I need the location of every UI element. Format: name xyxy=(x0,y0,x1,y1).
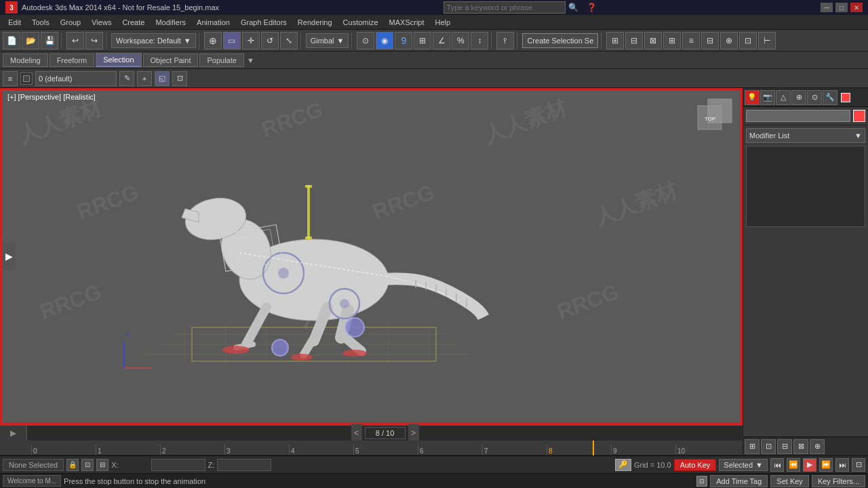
svg-point-42 xyxy=(272,340,288,356)
layer-mgr-btn[interactable]: ≡ xyxy=(682,32,700,49)
selected-dropdown[interactable]: Selected ▼ xyxy=(719,459,768,471)
panel-color-swatch[interactable] xyxy=(841,93,850,102)
layer-dropdown[interactable]: 0 (default) xyxy=(35,71,117,86)
z-coord-display[interactable] xyxy=(217,459,271,471)
playback-end-btn[interactable]: ⏭ xyxy=(835,458,849,472)
open-button[interactable]: 📂 xyxy=(22,32,39,49)
angle-snap-btn[interactable]: ∠ xyxy=(433,32,450,49)
named-sel-btn[interactable]: ⊞ xyxy=(606,32,624,49)
menu-item-graph-editors[interactable]: Graph Editors xyxy=(235,17,292,28)
undo-button[interactable]: ↩ xyxy=(66,32,84,49)
panel-light-icon[interactable]: 💡 xyxy=(745,90,760,105)
layer-color-swatch[interactable] xyxy=(20,73,33,85)
layer-add-btn[interactable]: + xyxy=(137,71,152,86)
spinner-snap-btn[interactable]: ↕ xyxy=(471,32,488,49)
select-filter-btn[interactable]: ◉ xyxy=(376,32,393,49)
panel-geo-icon[interactable]: △ xyxy=(776,90,791,105)
menu-item-group[interactable]: Group xyxy=(55,17,87,28)
tab-object-paint[interactable]: Object Paint xyxy=(143,54,199,67)
timeline-playhead[interactable] xyxy=(593,441,594,455)
key-filters-button[interactable]: Key Filters... xyxy=(812,475,865,487)
menu-item-animation[interactable]: Animation xyxy=(191,17,235,28)
snap-btn[interactable]: ⊞ xyxy=(414,32,431,49)
array-btn[interactable]: ⊠ xyxy=(644,32,662,49)
mini-icon[interactable]: ⊡ xyxy=(696,476,707,487)
menu-item-rendering[interactable]: Rendering xyxy=(292,17,338,28)
panel-bottom-btn-1[interactable]: ⊞ xyxy=(745,439,760,454)
layer-sel-btn[interactable]: ◱ xyxy=(155,71,170,86)
tab-populate[interactable]: Populate xyxy=(199,54,243,67)
menu-item-help[interactable]: Help xyxy=(430,17,456,28)
viewport-expand-button[interactable]: ▶ xyxy=(2,243,16,270)
layer-extra-btn[interactable]: ⊡ xyxy=(172,71,187,86)
panel-bottom-btn-2[interactable]: ⊡ xyxy=(761,439,776,454)
panel-camera-icon[interactable]: 📷 xyxy=(760,90,775,105)
menu-item-tools[interactable]: Tools xyxy=(26,17,55,28)
search-icon[interactable]: 🔍 xyxy=(568,3,578,12)
align-btn[interactable]: ⫯ xyxy=(496,32,514,49)
redo-button[interactable]: ↪ xyxy=(85,32,103,49)
playback-play-btn[interactable]: ▶ xyxy=(803,458,816,472)
svg-rect-44 xyxy=(307,185,310,239)
rotate-button[interactable]: ↺ xyxy=(261,32,279,49)
color-swatch-red[interactable] xyxy=(853,110,865,122)
menu-item-customize[interactable]: Customize xyxy=(338,17,384,28)
pivot-btn[interactable]: ⊙ xyxy=(357,32,374,49)
scale-button[interactable]: ⤡ xyxy=(280,32,298,49)
percent-snap-btn[interactable]: % xyxy=(452,32,469,49)
layer-paint-icon[interactable]: ✎ xyxy=(119,71,134,86)
move-button[interactable]: ✛ xyxy=(242,32,260,49)
align2-btn[interactable]: ⊞ xyxy=(663,32,681,49)
panel-motion-icon[interactable]: ⊙ xyxy=(807,90,822,105)
reference-coord-dropdown[interactable]: Gimbal ▼ xyxy=(306,33,349,48)
timeline-expand-btn[interactable]: ▶ xyxy=(0,426,27,441)
set-key-button[interactable]: Set Key xyxy=(770,475,809,487)
tab-modeling[interactable]: Modeling xyxy=(3,54,48,67)
workspace-dropdown[interactable]: Workspace: Default ▼ xyxy=(111,33,196,48)
menu-item-edit[interactable]: Edit xyxy=(3,17,26,28)
panel-display-icon[interactable]: ⊕ xyxy=(791,90,806,105)
panel-bottom-btn-5[interactable]: ⊕ xyxy=(810,439,825,454)
viewport[interactable]: [+] [Perspective] [Realistic] 人人素材 RRCG … xyxy=(0,88,743,424)
playback-next-frame-btn[interactable]: ⏩ xyxy=(819,458,833,472)
panel-bottom-btn-3[interactable]: ⊟ xyxy=(777,439,792,454)
maximize-button[interactable]: □ xyxy=(835,3,848,12)
modifier-list-dropdown[interactable]: Modifier List ▼ xyxy=(746,128,865,143)
kbd-shortcut-1[interactable]: 9 xyxy=(395,32,412,49)
playback-start-btn[interactable]: ⏮ xyxy=(770,458,784,472)
playback-prev-frame-btn[interactable]: ⏪ xyxy=(787,458,800,472)
panel-bottom-btn-4[interactable]: ⊠ xyxy=(793,439,808,454)
save-button[interactable]: 💾 xyxy=(41,32,58,49)
welcome-box[interactable]: Welcome to M... xyxy=(3,475,61,487)
auto-key-button[interactable]: Auto Key xyxy=(674,459,717,471)
menu-item-create[interactable]: Create xyxy=(117,17,150,28)
close-button[interactable]: ✕ xyxy=(850,3,863,12)
status-icon-3[interactable]: ⊟ xyxy=(96,459,108,471)
lock-icon[interactable]: 🔒 xyxy=(66,459,79,471)
menu-item-views[interactable]: Views xyxy=(86,17,117,28)
menu-item-modifiers[interactable]: Modifiers xyxy=(150,17,191,28)
search-input[interactable] xyxy=(443,1,566,14)
tab-selection[interactable]: Selection xyxy=(96,53,141,67)
panel-util-icon[interactable]: 🔧 xyxy=(823,90,837,105)
select-region-button[interactable]: ▭ xyxy=(223,32,241,49)
extra-btn-1[interactable]: ⊡ xyxy=(739,32,757,49)
schematic-btn[interactable]: ⊕ xyxy=(720,32,738,49)
ribbon-btn[interactable]: ⊟ xyxy=(701,32,719,49)
tab-freeform[interactable]: Freeform xyxy=(50,54,95,67)
mirror-btn[interactable]: ⊟ xyxy=(625,32,643,49)
select-object-button[interactable]: ⊕ xyxy=(204,32,222,49)
anim-icon[interactable]: 🔑 xyxy=(615,459,631,471)
create-selection-set[interactable]: Create Selection Se xyxy=(522,33,598,48)
minimize-button[interactable]: ─ xyxy=(821,3,833,12)
help-icon[interactable]: ❓ xyxy=(587,3,597,12)
x-coord-display[interactable] xyxy=(151,459,205,471)
add-time-tag-button[interactable]: Add Time Tag xyxy=(710,475,768,487)
layer-icon[interactable]: ≡ xyxy=(3,71,18,86)
populate-dropdown-arrow[interactable]: ▼ xyxy=(247,56,254,64)
new-scene-button[interactable]: 📄 xyxy=(3,32,20,49)
status-icon-2[interactable]: ⊡ xyxy=(81,459,94,471)
menu-item-maxscript[interactable]: MAXScript xyxy=(384,17,430,28)
playback-extra-btn[interactable]: ⊡ xyxy=(852,458,865,472)
extra-btn-2[interactable]: ⊢ xyxy=(758,32,776,49)
